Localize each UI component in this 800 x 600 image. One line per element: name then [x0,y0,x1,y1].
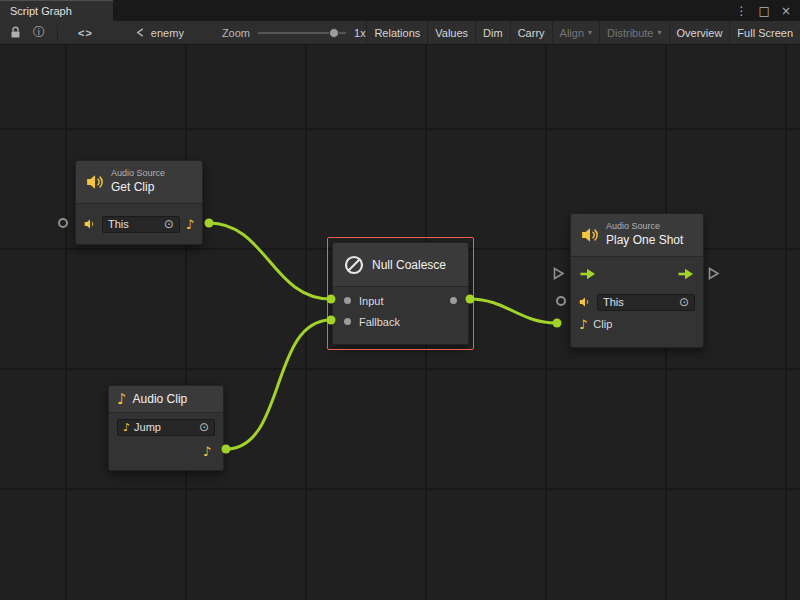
button-carry[interactable]: Carry [510,21,552,45]
button-overview[interactable]: Overview [669,21,730,45]
flow-port-in[interactable] [552,266,565,281]
object-field-value: Jump [134,421,161,433]
node-title: Null Coalesce [372,258,446,272]
port-fallback[interactable] [344,318,351,325]
zoom-slider[interactable] [258,21,346,45]
port-getclip-target[interactable] [58,218,68,228]
port-result[interactable] [450,297,457,304]
close-icon[interactable]: × [781,4,791,18]
flow-out-icon[interactable] [678,268,694,280]
audio-source-icon [86,173,104,191]
menu-icon[interactable]: ⋮ [736,4,748,18]
port-getclip-output[interactable] [205,219,214,228]
graph-owner[interactable]: enemy [135,27,184,39]
button-label: Full Screen [737,27,793,39]
object-field-value: This [603,296,624,308]
audio-clip-port-icon: ♪ [203,445,211,458]
button-label: Dim [483,27,503,39]
zoom-label: Zoom [222,27,250,39]
graph-toolbar: ⓘ <> enemy Zoom 1x Relations Values Dim … [0,21,800,45]
button-full-screen[interactable]: Full Screen [729,21,800,45]
maximize-icon[interactable]: □ [759,4,770,18]
wire-audioclip-to-fallback[interactable] [226,320,331,449]
audio-clip-object-field[interactable]: ♪ Jump ⊙ [117,419,215,436]
wire-getclip-to-input[interactable] [209,223,331,299]
tab-label: Script Graph [10,5,72,17]
node-header: Audio Source Get Clip [76,161,202,203]
audio-clip-icon: ♪ [117,392,127,407]
audio-clip-port-icon: ♪ [579,318,587,331]
null-coalesce-icon [343,254,365,276]
toolbar-separator [57,26,58,40]
port-playoneshot-target[interactable] [556,296,566,306]
audio-source-icon [579,296,591,308]
node-header: Audio Source Play One Shot [571,214,703,256]
node-title: Audio Clip [133,392,188,406]
flow-in-icon[interactable] [580,268,596,280]
tab-script-graph[interactable]: Script Graph [0,0,113,21]
node-header: Null Coalesce [333,243,468,286]
info-icon[interactable]: ⓘ [33,24,45,41]
window-controls: ⋮ □ × [736,0,800,21]
port-input[interactable] [344,297,351,304]
node-category: Audio Source [606,221,683,233]
button-distribute[interactable]: Distribute▾ [599,21,668,45]
node-audio-clip[interactable]: ♪ Audio Clip ♪ Jump ⊙ ♪ [108,385,224,471]
chevron-down-icon: ▾ [588,28,592,37]
object-picker-icon[interactable]: ⊙ [679,296,689,308]
button-label: Overview [677,27,723,39]
wire-result-to-clip[interactable] [470,299,556,323]
button-align[interactable]: Align▾ [552,21,599,45]
button-relations[interactable]: Relations [366,21,427,45]
this-object-field[interactable]: This ⊙ [597,294,695,311]
button-label: Distribute [607,27,653,39]
titlebar: Script Graph ⋮ □ × [0,0,800,21]
port-playoneshot-clip[interactable] [553,319,562,328]
node-get-clip[interactable]: Audio Source Get Clip This ⊙ ♪ [75,160,203,245]
node-category: Audio Source [111,168,165,180]
button-label: Relations [374,27,420,39]
this-object-field[interactable]: This ⊙ [102,216,180,233]
port-nullcoalesce-input[interactable] [327,295,336,304]
graph-owner-name: enemy [151,27,184,39]
button-values[interactable]: Values [427,21,475,45]
audio-source-icon [84,218,96,230]
flow-port-out[interactable] [707,266,720,281]
node-header: ♪ Audio Clip [109,386,223,412]
audio-clip-port-icon: ♪ [186,218,194,231]
object-field-value: This [108,218,129,230]
object-picker-icon[interactable]: ⊙ [199,421,209,433]
chevron-down-icon: ▾ [658,28,662,37]
button-label: Align [560,27,584,39]
zoom-slider-handle[interactable] [329,28,339,38]
port-label: Input [359,295,383,307]
graph-owner-icon [135,27,146,38]
button-label: Carry [518,27,545,39]
code-icon[interactable]: <> [78,27,93,39]
node-play-one-shot[interactable]: Audio Source Play One Shot This [570,213,704,348]
node-null-coalesce[interactable]: Null Coalesce Input Fallback [332,242,469,345]
button-label: Values [435,27,468,39]
graph-canvas[interactable]: Audio Source Get Clip This ⊙ ♪ Null C [0,45,800,600]
toolbar-buttons: Relations Values Dim Carry Align▾ Distri… [366,21,800,45]
button-dim[interactable]: Dim [475,21,510,45]
zoom-value: 1x [354,27,366,39]
lock-icon[interactable] [10,26,21,39]
node-title: Get Clip [111,180,165,196]
port-audioclip-output[interactable] [222,445,231,454]
port-label: Clip [593,318,612,330]
node-title: Play One Shot [606,233,683,249]
audio-source-icon [581,226,599,244]
audio-clip-icon: ♪ [123,422,130,433]
object-picker-icon[interactable]: ⊙ [164,218,174,230]
port-nullcoalesce-fallback[interactable] [327,316,336,325]
port-label: Fallback [359,316,400,328]
port-nullcoalesce-result[interactable] [466,295,475,304]
